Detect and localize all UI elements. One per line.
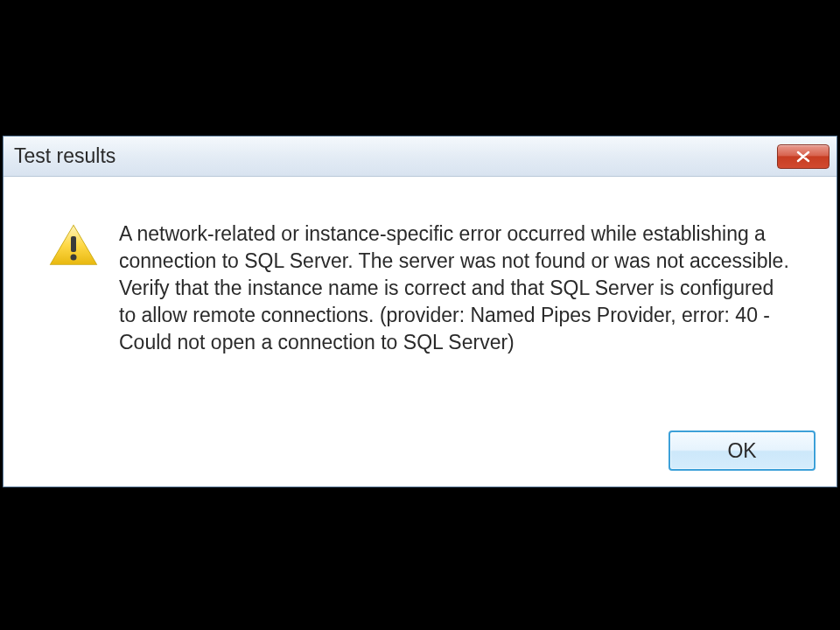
dialog-body: A network-related or instance-specific e…	[4, 177, 836, 374]
warning-icon	[49, 224, 98, 270]
error-message: A network-related or instance-specific e…	[119, 220, 793, 356]
svg-rect-0	[71, 236, 76, 252]
dialog-window: Test results	[3, 136, 837, 487]
close-icon	[795, 150, 811, 163]
svg-point-1	[71, 255, 77, 261]
ok-button[interactable]: OK	[668, 430, 816, 471]
dialog-footer: OK	[668, 430, 816, 471]
titlebar: Test results	[4, 136, 836, 177]
close-button[interactable]	[777, 144, 830, 169]
dialog-title: Test results	[14, 144, 116, 168]
